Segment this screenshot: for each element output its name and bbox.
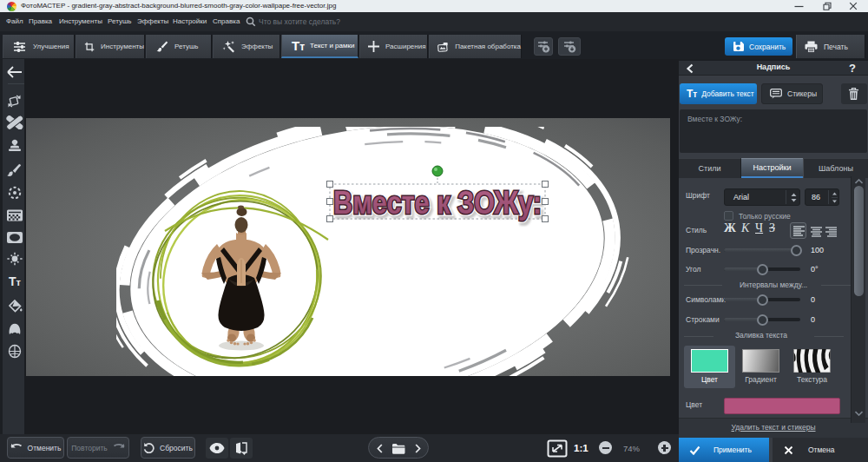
svg-text:Вместе к ЗОЖу:: Вместе к ЗОЖу: [333,185,542,221]
